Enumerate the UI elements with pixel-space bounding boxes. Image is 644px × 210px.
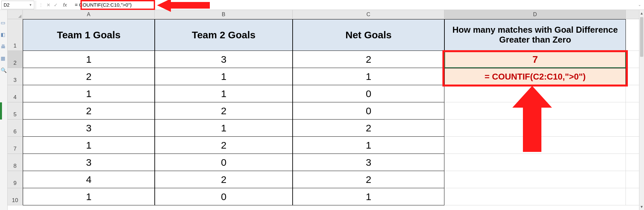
vertical-scrollbar[interactable]: ▲ ▼ (639, 10, 644, 210)
cell-A8[interactable]: 3 (23, 154, 155, 171)
row-3: 3 2 1 1 = COUNTIF(C2:C10,">0") (8, 68, 639, 85)
cell-A10[interactable]: 1 (23, 188, 155, 205)
name-box-dropdown-icon[interactable]: ▼ (29, 3, 32, 7)
scroll-up-icon[interactable]: ▲ (639, 10, 644, 17)
row-header-6[interactable]: 6 (8, 120, 23, 137)
cell-rest-2[interactable] (626, 51, 639, 68)
enter-icon[interactable]: ✓ (54, 2, 58, 8)
row-9: 9 4 2 2 (8, 171, 639, 188)
cell-B9[interactable]: 2 (155, 171, 293, 188)
cell-rest-7[interactable] (626, 137, 639, 154)
cell-D3[interactable]: = COUNTIF(C2:C10,">0") (444, 68, 626, 85)
col-header-rest[interactable] (626, 10, 639, 19)
row-header-2[interactable]: 2 (8, 51, 23, 68)
fx-icon[interactable]: fx (61, 2, 69, 8)
cell-B1[interactable]: Team 2 Goals (155, 19, 293, 51)
cell-C4[interactable]: 0 (293, 85, 444, 102)
sidebar-icon-1[interactable]: ▭ (1, 20, 7, 24)
cell-rest-9[interactable] (626, 171, 639, 188)
cell-B8[interactable]: 0 (155, 154, 293, 171)
cell-A3[interactable]: 2 (23, 68, 155, 85)
select-all-corner[interactable] (8, 10, 23, 19)
cell-C7[interactable]: 1 (293, 137, 444, 154)
cell-C6[interactable]: 2 (293, 120, 444, 137)
cell-C9[interactable]: 2 (293, 171, 444, 188)
name-box-value: D2 (4, 2, 10, 8)
row-8: 8 3 0 3 (8, 154, 639, 171)
row-5: 5 2 2 0 (8, 102, 639, 120)
sidebar-icon-3[interactable]: 🖶 (1, 44, 7, 48)
row-header-5[interactable]: 5 (8, 102, 23, 120)
cell-C10[interactable]: 1 (293, 188, 444, 205)
column-headers-row: A B C D (8, 10, 639, 19)
row-header-8[interactable]: 8 (8, 154, 23, 171)
cell-rest-1[interactable] (626, 19, 639, 51)
scroll-thumb[interactable] (640, 17, 643, 57)
col-header-D[interactable]: D (444, 10, 626, 19)
scroll-down-icon[interactable]: ▼ (639, 203, 644, 210)
left-indicator-tab (0, 102, 2, 120)
cell-A6[interactable]: 3 (23, 120, 155, 137)
cell-D2[interactable]: 7 (444, 51, 626, 68)
cell-A2[interactable]: 1 (23, 51, 155, 68)
row-10: 10 1 0 1 (8, 188, 639, 205)
cell-rest-4[interactable] (626, 85, 639, 102)
row-header-10[interactable]: 10 (8, 188, 23, 205)
col-header-C[interactable]: C (293, 10, 444, 19)
sidebar-icon-4[interactable]: ▦ (1, 55, 7, 60)
cell-A4[interactable]: 1 (23, 85, 155, 102)
cell-C8[interactable]: 3 (293, 154, 444, 171)
spreadsheet-area: ▭ ◧ 🖶 ▦ 🔍 A B C D 1 Team 1 Goals Team 2 … (0, 10, 644, 210)
sidebar-icon-5[interactable]: 🔍 (1, 67, 7, 72)
cell-B10[interactable]: 0 (155, 188, 293, 205)
cancel-icon[interactable]: ✕ (47, 2, 50, 8)
cell-A5[interactable]: 2 (23, 102, 155, 120)
cell-rest-5[interactable] (626, 102, 639, 120)
cell-A7[interactable]: 1 (23, 137, 155, 154)
cell-A9[interactable]: 4 (23, 171, 155, 188)
cell-rest-3[interactable] (626, 68, 639, 85)
row-header-4[interactable]: 4 (8, 85, 23, 102)
cell-D7[interactable] (444, 137, 626, 154)
name-box[interactable]: D2 ▼ (1, 1, 34, 9)
cell-D10[interactable] (444, 188, 626, 205)
cell-rest-10[interactable] (626, 188, 639, 205)
cell-C2[interactable]: 2 (293, 51, 444, 68)
cell-B7[interactable]: 2 (155, 137, 293, 154)
col-header-A[interactable]: A (23, 10, 155, 19)
cell-rest-6[interactable] (626, 120, 639, 137)
cell-C1[interactable]: Net Goals (293, 19, 444, 51)
cell-rest-8[interactable] (626, 154, 639, 171)
formula-bar-buttons: ⋮ ✕ ✓ fx (36, 1, 72, 9)
row-7: 7 1 2 1 (8, 137, 639, 154)
formula-bar: D2 ▼ ⋮ ✕ ✓ fx ⌄ (0, 0, 644, 10)
cell-D5[interactable] (444, 102, 626, 120)
sidebar-icon-2[interactable]: ◧ (1, 32, 7, 36)
cell-D9[interactable] (444, 171, 626, 188)
row-header-1[interactable]: 1 (8, 19, 23, 51)
cell-B2[interactable]: 3 (155, 51, 293, 68)
cell-D8[interactable] (444, 154, 626, 171)
cell-D4[interactable] (444, 85, 626, 102)
formula-input[interactable] (72, 1, 637, 9)
col-header-B[interactable]: B (155, 10, 293, 19)
cell-B4[interactable]: 1 (155, 85, 293, 102)
cell-D6[interactable] (444, 120, 626, 137)
cell-B3[interactable]: 1 (155, 68, 293, 85)
row-header-3[interactable]: 3 (8, 68, 23, 85)
row-header-9[interactable]: 9 (8, 171, 23, 188)
formula-bar-expand-icon[interactable]: ⌄ (637, 3, 644, 7)
cell-C5[interactable]: 0 (293, 102, 444, 120)
row-4: 4 1 1 0 (8, 85, 639, 102)
cell-B5[interactable]: 2 (155, 102, 293, 120)
cell-D1[interactable]: How many matches with Goal Difference Gr… (444, 19, 626, 51)
divider-icon: ⋮ (39, 2, 43, 8)
row-2: 2 1 3 2 7 (8, 51, 639, 68)
cell-C3[interactable]: 1 (293, 68, 444, 85)
row-1: 1 Team 1 Goals Team 2 Goals Net Goals Ho… (8, 19, 639, 51)
row-header-7[interactable]: 7 (8, 137, 23, 154)
grid-area: A B C D 1 Team 1 Goals Team 2 Goals Net … (8, 10, 639, 210)
cell-B6[interactable]: 1 (155, 120, 293, 137)
row-6: 6 3 1 2 (8, 120, 639, 137)
cell-A1[interactable]: Team 1 Goals (23, 19, 155, 51)
